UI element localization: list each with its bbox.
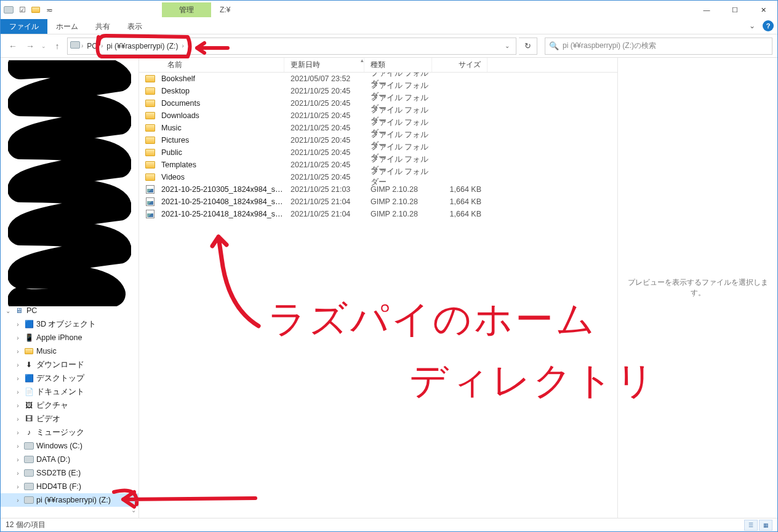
tree-item-icon: 📄 bbox=[24, 387, 34, 397]
tree-item[interactable]: ›Music bbox=[1, 344, 138, 358]
file-date: 2021/10/25 20:45 bbox=[284, 87, 364, 95]
expand-icon[interactable]: › bbox=[14, 483, 22, 490]
expand-icon[interactable]: › bbox=[14, 429, 22, 436]
chevron-right-icon[interactable]: › bbox=[180, 42, 185, 49]
details-view-button[interactable]: ☰ bbox=[744, 520, 758, 531]
tree-item[interactable]: ›🟦デスクトップ bbox=[1, 371, 138, 385]
tree-item-label: DATA (D:) bbox=[36, 455, 70, 464]
tree-item[interactable]: ›📱Apple iPhone bbox=[1, 331, 138, 344]
file-size: 1,664 KB bbox=[432, 210, 487, 218]
file-type: GIMP 2.10.28 bbox=[364, 197, 432, 206]
tree-item-icon: 🟦 bbox=[24, 319, 34, 329]
back-button[interactable]: ← bbox=[6, 39, 20, 54]
tree-item[interactable]: ›Windows (C:) bbox=[1, 439, 138, 453]
expand-icon[interactable]: › bbox=[14, 456, 22, 463]
tree-item[interactable]: ›🖼ピクチャ bbox=[1, 399, 138, 412]
tree-item[interactable]: ›pi (¥¥raspberrypi) (Z:) bbox=[1, 493, 138, 507]
address-dropdown-icon[interactable]: ⌄ bbox=[501, 42, 513, 49]
file-date: 2021/10/25 21:03 bbox=[284, 185, 364, 194]
qat-dropdown-icon[interactable]: ≂ bbox=[44, 4, 55, 15]
tree-item-icon: 🎞 bbox=[24, 414, 34, 424]
expand-icon[interactable]: › bbox=[14, 416, 22, 423]
tree-item-label: pi (¥¥raspberrypi) (Z:) bbox=[36, 496, 111, 504]
file-date: 2021/05/07 23:52 bbox=[284, 74, 364, 83]
up-button[interactable]: ↑ bbox=[50, 39, 65, 54]
file-name: Pictures bbox=[161, 136, 284, 145]
minimize-button[interactable]: — bbox=[692, 1, 721, 19]
explorer-window: ☑ ≂ 管理 Z:¥ — ☐ ✕ ファイル ホーム 共有 表示 ドライブ ツール… bbox=[0, 0, 778, 532]
file-row[interactable]: 2021-10-25-210408_1824x984_scrot.png2021… bbox=[139, 196, 617, 208]
file-name: Templates bbox=[161, 161, 284, 169]
expand-icon[interactable]: › bbox=[14, 348, 22, 355]
tree-item[interactable]: ›DATA (D:) bbox=[1, 453, 138, 466]
nav-scroll-down-icon[interactable]: ⌄ bbox=[129, 507, 138, 517]
file-name: Videos bbox=[161, 173, 284, 181]
forward-button[interactable]: → bbox=[23, 39, 38, 54]
file-row[interactable]: Videos2021/10/25 20:45ファイル フォルダー bbox=[139, 171, 617, 183]
expand-icon[interactable]: › bbox=[14, 389, 22, 395]
address-bar[interactable]: › PC › pi (¥¥raspberrypi) (Z:) › ⌄ bbox=[67, 38, 516, 55]
properties-icon[interactable]: ☑ bbox=[17, 4, 28, 15]
preview-empty-text: プレビューを表示するファイルを選択します。 bbox=[624, 277, 771, 298]
file-row[interactable]: 2021-10-25-210418_1824x984_scrot.png2021… bbox=[139, 208, 617, 220]
expand-icon[interactable]: › bbox=[14, 443, 22, 450]
maximize-button[interactable]: ☐ bbox=[721, 1, 749, 19]
column-name[interactable]: 名前 bbox=[161, 58, 284, 72]
ribbon-tab-view[interactable]: 表示 bbox=[119, 19, 151, 34]
folder-icon bbox=[145, 87, 155, 95]
tree-item-label: ピクチャ bbox=[36, 400, 68, 411]
pc-icon: 🖥 bbox=[14, 306, 24, 316]
tree-item[interactable]: ›📄ドキュメント bbox=[1, 385, 138, 399]
file-name: 2021-10-25-210418_1824x984_scrot.png bbox=[161, 210, 284, 218]
expand-icon[interactable]: › bbox=[14, 402, 22, 409]
search-input[interactable]: 🔍 pi (¥¥raspberrypi) (Z:)の検索 bbox=[545, 38, 772, 55]
tree-item[interactable]: ›⬇ダウンロード bbox=[1, 358, 138, 371]
tree-item-icon bbox=[24, 441, 34, 451]
recent-locations-button[interactable]: ⌄ bbox=[40, 43, 47, 49]
ribbon-collapse-icon[interactable]: ⌄ bbox=[745, 22, 759, 30]
expand-icon[interactable]: › bbox=[14, 497, 22, 504]
navigation-pane[interactable]: ⌄ 🖥 PC ›🟦3D オブジェクト›📱Apple iPhone›Music›⬇… bbox=[1, 58, 139, 518]
tree-item[interactable]: ›SSD2TB (E:) bbox=[1, 466, 138, 480]
tree-item[interactable]: ›🎞ビデオ bbox=[1, 412, 138, 426]
file-name: 2021-10-25-210408_1824x984_scrot.png bbox=[161, 197, 284, 206]
file-row[interactable]: 2021-10-25-210305_1824x984_scrot.png2021… bbox=[139, 183, 617, 196]
file-list[interactable]: 名前 更新日時 種類 サイズ ▴ Bookshelf2021/05/07 23:… bbox=[139, 58, 617, 518]
expand-icon[interactable]: › bbox=[14, 321, 22, 328]
tree-item[interactable]: ›HDD4TB (F:) bbox=[1, 480, 138, 493]
breadcrumb-pc[interactable]: PC bbox=[84, 38, 100, 54]
expand-icon[interactable]: › bbox=[14, 335, 22, 341]
file-date: 2021/10/25 20:45 bbox=[284, 173, 364, 181]
tree-item-icon bbox=[24, 455, 34, 464]
column-size[interactable]: サイズ bbox=[432, 58, 487, 72]
close-button[interactable]: ✕ bbox=[749, 1, 777, 19]
expand-icon[interactable]: › bbox=[14, 470, 22, 477]
help-button[interactable]: ? bbox=[763, 20, 774, 31]
breadcrumb-drive[interactable]: pi (¥¥raspberrypi) (Z:) bbox=[104, 38, 180, 54]
column-type[interactable]: 種類 bbox=[364, 58, 432, 72]
tree-item-label: Apple iPhone bbox=[36, 333, 82, 342]
window-controls: — ☐ ✕ bbox=[692, 1, 777, 19]
tree-item[interactable]: ›🟦3D オブジェクト bbox=[1, 317, 138, 331]
contextual-tab-manage[interactable]: 管理 bbox=[162, 2, 211, 17]
tree-item-pc[interactable]: ⌄ 🖥 PC bbox=[1, 304, 138, 317]
chevron-right-icon[interactable]: › bbox=[100, 42, 104, 49]
column-modified[interactable]: 更新日時 bbox=[284, 58, 364, 72]
collapse-icon[interactable]: ⌄ bbox=[4, 308, 12, 314]
item-count: 12 個の項目 bbox=[6, 520, 46, 530]
tree-item[interactable]: ›♪ミュージック bbox=[1, 426, 138, 439]
tree-item-label: ビデオ bbox=[36, 414, 60, 424]
icons-view-button[interactable]: ▦ bbox=[759, 520, 772, 531]
content-area: 名前 更新日時 種類 サイズ ▴ Bookshelf2021/05/07 23:… bbox=[139, 58, 777, 518]
expand-icon[interactable]: › bbox=[14, 362, 22, 368]
folder-icon bbox=[145, 124, 155, 132]
expand-icon[interactable]: › bbox=[14, 375, 22, 382]
refresh-button[interactable]: ↻ bbox=[519, 38, 537, 55]
tree-item-label: Music bbox=[36, 347, 57, 355]
ribbon-tab-home[interactable]: ホーム bbox=[47, 19, 87, 34]
tree-item-label: ダウンロード bbox=[36, 360, 84, 370]
chevron-right-icon[interactable]: › bbox=[80, 42, 84, 49]
ribbon-tab-file[interactable]: ファイル bbox=[1, 19, 47, 34]
ribbon-tab-share[interactable]: 共有 bbox=[87, 19, 119, 34]
file-name: Public bbox=[161, 148, 284, 157]
